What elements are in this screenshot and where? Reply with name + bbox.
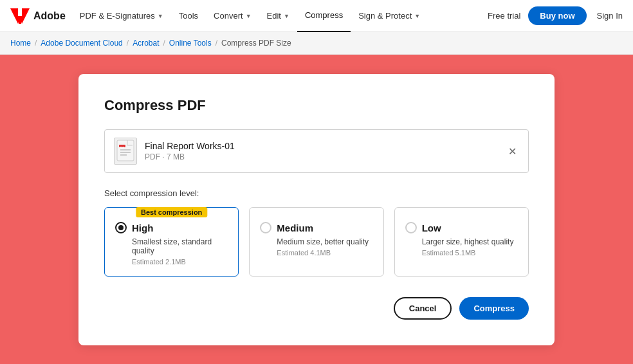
file-meta: PDF · 7 MB <box>145 152 498 161</box>
breadcrumb-document-cloud[interactable]: Adobe Document Cloud <box>41 39 122 48</box>
nav-item-pdf-esignatures[interactable]: PDF & E-Signatures ▼ <box>72 0 171 32</box>
svg-text:PDF: PDF <box>120 147 125 149</box>
option-medium[interactable]: Medium Medium size, better quality Estim… <box>249 207 383 277</box>
breadcrumb-sep-1: / <box>35 39 37 48</box>
option-high[interactable]: Best compression High Smallest size, sta… <box>104 207 239 277</box>
breadcrumb-online-tools[interactable]: Online Tools <box>169 39 212 48</box>
chevron-down-icon: ▼ <box>414 13 420 19</box>
radio-low[interactable] <box>405 222 417 233</box>
breadcrumb-home[interactable]: Home <box>10 39 31 48</box>
card-footer: Cancel Compress <box>104 297 529 320</box>
option-low-desc: Larger size, highest quality <box>422 237 518 246</box>
option-high-header: High <box>115 222 228 233</box>
option-medium-title: Medium <box>277 223 313 233</box>
options-row: Best compression High Smallest size, sta… <box>104 207 529 277</box>
nav-item-convert[interactable]: Convert ▼ <box>206 0 259 32</box>
option-low-est: Estimated 5.1MB <box>422 249 518 257</box>
svg-rect-0 <box>117 140 134 161</box>
free-trial-link[interactable]: Free trial <box>480 11 528 21</box>
radio-high[interactable] <box>115 222 127 233</box>
option-medium-desc: Medium size, better quality <box>277 237 372 246</box>
file-row: PDF Final Report Works-01 PDF · 7 MB ✕ <box>104 129 529 173</box>
option-high-title: High <box>132 223 153 233</box>
chevron-down-icon: ▼ <box>158 13 163 19</box>
option-low[interactable]: Low Larger size, highest quality Estimat… <box>394 207 529 277</box>
nav-item-tools[interactable]: Tools <box>171 0 206 32</box>
nav-item-sign-protect[interactable]: Sign & Protect ▼ <box>351 0 428 32</box>
nav-item-compress[interactable]: Compress <box>297 0 351 32</box>
compression-label: Select compression level: <box>104 188 529 198</box>
file-name: Final Report Works-01 <box>145 141 498 151</box>
breadcrumb-sep-2: / <box>127 39 129 48</box>
best-badge: Best compression <box>136 207 207 217</box>
file-icon-inner: PDF <box>116 140 134 163</box>
compress-button[interactable]: Compress <box>459 297 529 320</box>
breadcrumb: Home / Adobe Document Cloud / Acrobat / … <box>0 32 633 55</box>
radio-medium[interactable] <box>260 222 271 233</box>
card-title: Compress PDF <box>104 97 529 114</box>
breadcrumb-sep-3: / <box>163 39 165 48</box>
file-icon: PDF <box>114 138 137 165</box>
option-low-title: Low <box>422 223 441 233</box>
nav-item-edit[interactable]: Edit ▼ <box>259 0 297 32</box>
buy-now-button[interactable]: Buy now <box>528 6 586 25</box>
compress-card: Compress PDF PDF Final Report <box>78 74 555 345</box>
option-high-est: Estimated 2.1MB <box>132 258 228 266</box>
option-low-header: Low <box>405 222 518 233</box>
main-background: Compress PDF PDF Final Report <box>0 55 633 364</box>
cancel-button[interactable]: Cancel <box>394 297 452 320</box>
option-medium-header: Medium <box>260 222 372 233</box>
breadcrumb-sep-4: / <box>216 39 217 48</box>
option-medium-est: Estimated 4.1MB <box>277 249 372 257</box>
file-close-button[interactable]: ✕ <box>506 143 519 160</box>
adobe-logo[interactable]: Adobe <box>10 8 66 24</box>
breadcrumb-acrobat[interactable]: Acrobat <box>133 39 159 48</box>
chevron-down-icon: ▼ <box>284 13 289 19</box>
file-info: Final Report Works-01 PDF · 7 MB <box>145 141 498 161</box>
option-high-desc: Smallest size, standard quality <box>132 237 228 255</box>
chevron-down-icon: ▼ <box>246 13 252 19</box>
top-nav: Adobe PDF & E-Signatures ▼ Tools Convert… <box>0 0 633 32</box>
breadcrumb-current: Compress PDF Size <box>221 39 291 48</box>
sign-in-link[interactable]: Sign In <box>597 11 623 21</box>
adobe-brand-text: Adobe <box>33 10 66 22</box>
